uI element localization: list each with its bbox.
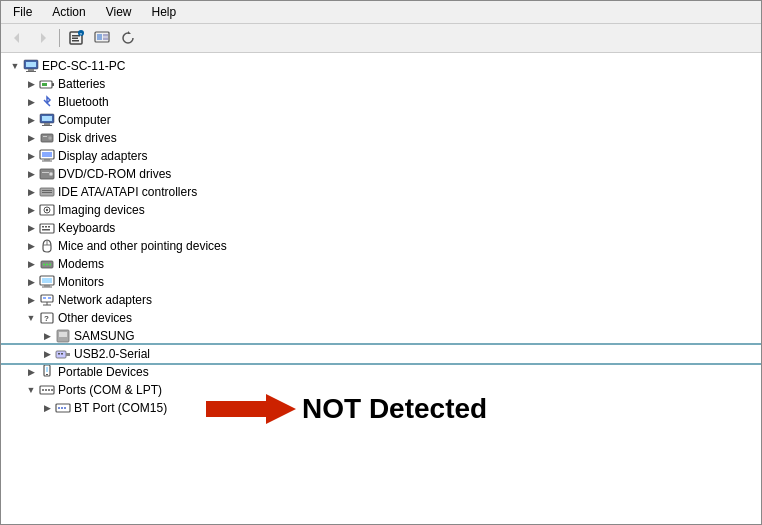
- toolbar: ?: [1, 24, 761, 53]
- list-item[interactable]: ▶ Network adapters: [1, 291, 761, 309]
- expand-ide[interactable]: ▶: [23, 184, 39, 200]
- list-item[interactable]: ▼ Ports (COM & LPT): [1, 381, 761, 399]
- content-area: ▼ EPC-SC-11-PC ▶: [1, 53, 761, 524]
- expand-portable[interactable]: ▶: [23, 364, 39, 380]
- expand-monitors[interactable]: ▶: [23, 274, 39, 290]
- btport-icon: [55, 400, 71, 416]
- other-devices-label: Other devices: [58, 309, 132, 327]
- expand-modems[interactable]: ▶: [23, 256, 39, 272]
- list-item[interactable]: ▶ Monitors: [1, 273, 761, 291]
- svg-rect-41: [42, 226, 44, 228]
- other-devices-icon: ?: [39, 310, 55, 326]
- list-item[interactable]: ▶ Disk drives: [1, 129, 761, 147]
- btport-label: BT Port (COM15): [74, 399, 167, 417]
- svg-rect-19: [42, 83, 47, 86]
- expand-imaging[interactable]: ▶: [23, 202, 39, 218]
- expand-ports[interactable]: ▼: [23, 382, 39, 398]
- expand-network[interactable]: ▶: [23, 292, 39, 308]
- svg-rect-70: [46, 374, 48, 375]
- refresh-button[interactable]: [116, 27, 140, 49]
- batteries-label: Batteries: [58, 75, 105, 93]
- properties-button[interactable]: ?: [64, 27, 88, 49]
- expand-mice[interactable]: ▶: [23, 238, 39, 254]
- expand-disk[interactable]: ▶: [23, 130, 39, 146]
- list-item[interactable]: ▶ IDE ATA/ATAPI controllers: [1, 183, 761, 201]
- expand-other[interactable]: ▼: [23, 310, 39, 326]
- mice-label: Mice and other pointing devices: [58, 237, 227, 255]
- svg-point-77: [58, 407, 60, 409]
- list-item[interactable]: ▶ Computer: [1, 111, 761, 129]
- expand-keyboards[interactable]: ▶: [23, 220, 39, 236]
- device-tree[interactable]: ▼ EPC-SC-11-PC ▶: [1, 53, 761, 524]
- svg-rect-67: [61, 353, 63, 355]
- list-item[interactable]: ▶ USB2.0-Serial: [1, 345, 761, 363]
- ports-icon: [39, 382, 55, 398]
- menu-action[interactable]: Action: [44, 3, 93, 21]
- svg-rect-11: [103, 38, 108, 41]
- svg-marker-12: [128, 31, 131, 34]
- ide-label: IDE ATA/ATAPI controllers: [58, 183, 197, 201]
- svg-point-26: [48, 136, 52, 140]
- modems-label: Modems: [58, 255, 104, 273]
- samsung-label: SAMSUNG: [74, 327, 135, 345]
- usb-serial-icon: [55, 346, 71, 362]
- list-item[interactable]: ▶ SAMSUNG: [1, 327, 761, 345]
- menu-help[interactable]: Help: [144, 3, 185, 21]
- expand-bluetooth[interactable]: ▶: [23, 94, 39, 110]
- list-item[interactable]: ▶ BT Port (COM15): [1, 399, 761, 417]
- svg-point-73: [45, 389, 47, 391]
- svg-rect-15: [28, 69, 34, 71]
- root-expand-btn[interactable]: ▼: [7, 58, 23, 74]
- keyboard-icon: [39, 220, 55, 236]
- svg-rect-4: [72, 38, 78, 40]
- expand-display[interactable]: ▶: [23, 148, 39, 164]
- menu-view[interactable]: View: [98, 3, 140, 21]
- toolbar-sep1: [59, 29, 60, 47]
- list-item[interactable]: ▶ DVD/CD-ROM drives: [1, 165, 761, 183]
- back-button[interactable]: [5, 27, 29, 49]
- computer-icon: [23, 58, 39, 74]
- svg-marker-1: [41, 33, 46, 43]
- svg-point-49: [46, 264, 48, 266]
- svg-point-74: [48, 389, 50, 391]
- svg-rect-16: [26, 71, 36, 72]
- list-item[interactable]: ▼ ? Other devices: [1, 309, 761, 327]
- svg-rect-57: [48, 297, 51, 299]
- bluetooth-icon: [39, 94, 55, 110]
- list-item[interactable]: ▶ Display adapters: [1, 147, 761, 165]
- list-item[interactable]: ▶ Mice and other pointing devices: [1, 237, 761, 255]
- dvd-icon: [39, 166, 55, 182]
- svg-rect-44: [42, 229, 50, 231]
- menu-file[interactable]: File: [5, 3, 40, 21]
- expand-computer[interactable]: ▶: [23, 112, 39, 128]
- tree-root[interactable]: ▼ EPC-SC-11-PC: [1, 57, 761, 75]
- svg-rect-32: [42, 172, 49, 173]
- list-item[interactable]: ▶ Batteries: [1, 75, 761, 93]
- forward-button[interactable]: [31, 27, 55, 49]
- keyboards-label: Keyboards: [58, 219, 115, 237]
- mouse-icon: [39, 238, 55, 254]
- ports-label: Ports (COM & LPT): [58, 381, 162, 399]
- svg-rect-66: [58, 353, 60, 355]
- svg-rect-40: [40, 224, 54, 233]
- list-item[interactable]: ▶ Imaging devices: [1, 201, 761, 219]
- expand-dvd[interactable]: ▶: [23, 166, 39, 182]
- list-item[interactable]: ▶ Keyboards: [1, 219, 761, 237]
- svg-rect-18: [52, 83, 54, 86]
- portable-label: Portable Devices: [58, 363, 149, 381]
- list-item[interactable]: ▶ Bluetooth: [1, 93, 761, 111]
- modem-icon: [39, 256, 55, 272]
- svg-rect-69: [46, 367, 48, 372]
- expand-btport[interactable]: ▶: [39, 400, 55, 416]
- expand-batteries[interactable]: ▶: [23, 76, 39, 92]
- expand-samsung[interactable]: ▶: [39, 328, 55, 344]
- devmgr-button[interactable]: [90, 27, 114, 49]
- svg-rect-23: [42, 125, 52, 126]
- expand-usb[interactable]: ▶: [39, 346, 55, 362]
- dvd-label: DVD/CD-ROM drives: [58, 165, 171, 183]
- svg-point-72: [42, 389, 44, 391]
- svg-rect-63: [59, 332, 67, 337]
- svg-rect-28: [42, 152, 52, 157]
- list-item[interactable]: ▶ Modems: [1, 255, 761, 273]
- list-item[interactable]: ▶ Portable Devices: [1, 363, 761, 381]
